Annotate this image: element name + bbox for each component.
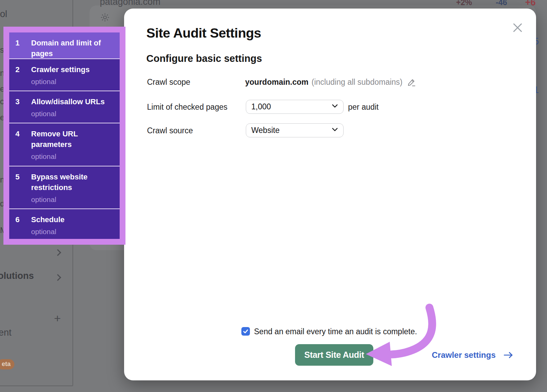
step-number: 2 xyxy=(15,64,31,91)
chevron-down-icon xyxy=(331,102,339,112)
sidebar-bottom-divider xyxy=(0,386,73,386)
beta-badge: eta xyxy=(0,359,14,369)
step-number: 3 xyxy=(15,96,31,123)
per-audit-label: per audit xyxy=(348,103,379,112)
crawler-settings-link-label: Crawler settings xyxy=(432,350,496,360)
step-note: optional xyxy=(31,110,105,118)
step-item-schedule[interactable]: 6 Scheduleoptional xyxy=(9,209,120,239)
step-number: 5 xyxy=(15,172,31,208)
step-number: 6 xyxy=(15,214,31,239)
start-site-audit-button[interactable]: Start Site Audit xyxy=(295,344,373,366)
step-title: Domain and limit of pages xyxy=(31,38,116,59)
nav-item-ent: ent xyxy=(0,327,12,338)
crawl-source-select[interactable]: Website xyxy=(246,123,344,137)
crawl-source-selected-value: Website xyxy=(251,126,280,135)
step-item-domain-limit[interactable]: 1 Domain and limit of pages xyxy=(9,32,120,58)
step-title: Schedule xyxy=(31,214,65,225)
edit-pencil-icon[interactable] xyxy=(407,78,416,87)
metric-delta: -46 xyxy=(496,0,507,7)
plus-icon: + xyxy=(54,312,61,325)
step-note: optional xyxy=(31,78,90,86)
step-item-remove-url-params[interactable]: 4 Remove URL parametersoptional xyxy=(9,123,120,166)
limit-pages-select[interactable]: 1,000 xyxy=(246,100,344,114)
step-title: Bypass website restrictions xyxy=(31,172,116,193)
step-note: optional xyxy=(31,152,116,161)
modal-subtitle: Configure basic settings xyxy=(146,53,262,64)
step-number: 4 xyxy=(15,129,31,166)
chevron-right-icon xyxy=(54,274,61,281)
step-item-crawler-settings[interactable]: 2 Crawler settingsoptional xyxy=(9,59,120,91)
step-number: 1 xyxy=(15,38,31,58)
step-item-allow-disallow[interactable]: 3 Allow/disallow URLsoptional xyxy=(9,91,120,123)
limit-pages-selected-value: 1,000 xyxy=(251,102,271,111)
step-title: Remove URL parameters xyxy=(31,129,116,150)
wizard-steps-list: 1 Domain and limit of pages 2 Crawler se… xyxy=(9,32,120,239)
gear-icon xyxy=(100,12,110,24)
email-notification-row: Send an email every time an audit is com… xyxy=(241,326,417,337)
chevron-right-icon xyxy=(54,249,61,256)
crawl-scope-label: Crawl scope xyxy=(147,78,190,87)
limit-pages-label: Limit of checked pages xyxy=(147,103,227,112)
step-title: Crawler settings xyxy=(31,64,90,75)
step-note: optional xyxy=(31,195,116,204)
step-note: optional xyxy=(31,228,65,236)
annotation-highlight-box: 1 Domain and limit of pages 2 Crawler se… xyxy=(3,27,125,245)
nav-item-solutions: olutions xyxy=(0,271,34,281)
metric-change-pct: +2% xyxy=(456,0,472,7)
crawl-source-label: Crawl source xyxy=(147,126,193,135)
email-checkbox-label: Send an email every time an audit is com… xyxy=(254,326,417,337)
crawler-settings-link[interactable]: Crawler settings xyxy=(432,350,513,360)
arrow-right-icon xyxy=(503,351,513,359)
email-checkbox[interactable] xyxy=(241,327,250,336)
screenshot-stage: patagonia.com ol s n e ch e ng d M oluti… xyxy=(0,0,547,392)
close-icon[interactable] xyxy=(511,21,524,35)
project-domain-label: patagonia.com xyxy=(100,0,160,7)
site-audit-settings-modal: Site Audit Settings Configure basic sett… xyxy=(124,9,536,380)
step-item-bypass-restrictions[interactable]: 5 Bypass website restrictionsoptional xyxy=(9,166,120,208)
crawl-scope-value: yourdomain.com (including all subdomains… xyxy=(245,78,416,87)
crawl-scope-domain: yourdomain.com xyxy=(245,78,308,87)
metric-delta-red: +6 xyxy=(525,0,536,8)
nav-fragment: ol xyxy=(0,9,7,19)
step-title: Allow/disallow URLs xyxy=(31,96,105,107)
crawl-scope-note: (including all subdomains) xyxy=(311,78,402,87)
modal-title: Site Audit Settings xyxy=(146,26,261,41)
chevron-down-icon xyxy=(331,125,339,135)
